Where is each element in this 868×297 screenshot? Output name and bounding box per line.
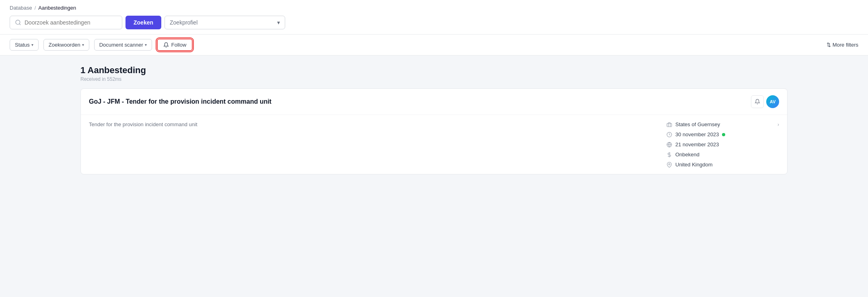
tender-card: GoJ - JFM - Tender for the provision inc…: [80, 88, 788, 174]
main-content: 1 Aanbesteding Received in 552ms GoJ - J…: [0, 55, 868, 184]
svg-point-7: [668, 164, 670, 165]
filters-row: Status ▾ Zoekwoorden ▾ Document scanner …: [0, 35, 868, 55]
card-header: GoJ - JFM - Tender for the provision inc…: [81, 89, 787, 115]
zoekwoorden-filter-button[interactable]: Zoekwoorden ▾: [43, 39, 89, 51]
breadcrumb: Database / Aanbestedingen: [10, 5, 858, 11]
follow-label: Follow: [171, 42, 187, 48]
card-meta: States of Guernsey › 30 november 2023: [666, 121, 779, 168]
budget-value: Onbekend: [675, 152, 699, 158]
organization-icon: [666, 122, 672, 127]
bell-icon: [163, 42, 169, 48]
card-actions: AV: [751, 95, 779, 108]
country-row: United Kingdom: [666, 162, 779, 168]
deadline-row: 30 november 2023: [666, 131, 779, 137]
more-filters-icon: ⇅: [827, 42, 831, 48]
organization-row[interactable]: States of Guernsey ›: [666, 121, 779, 127]
search-input[interactable]: [25, 19, 117, 26]
status-chevron-icon: ▾: [31, 43, 33, 47]
svg-rect-2: [667, 123, 672, 127]
svg-point-0: [16, 20, 20, 25]
results-timing: Received in 552ms: [80, 76, 788, 82]
status-filter-label: Status: [15, 42, 30, 48]
clock-icon: [666, 132, 672, 137]
breadcrumb-separator: /: [35, 5, 36, 11]
published-row: 21 november 2023: [666, 141, 779, 147]
more-filters-button[interactable]: ⇅ More filters: [827, 42, 858, 48]
location-icon: [666, 162, 672, 168]
follow-button[interactable]: Follow: [157, 39, 193, 51]
document-scanner-chevron-icon: ▾: [145, 43, 147, 47]
published-date: 21 november 2023: [675, 141, 719, 147]
budget-row: Onbekend: [666, 152, 779, 158]
card-description-text: Tender for the provision incident comman…: [89, 121, 197, 127]
zoekprofiel-placeholder: Zoekprofiel: [170, 19, 197, 26]
zoekwoorden-filter-label: Zoekwoorden: [49, 42, 80, 48]
deadline-date: 30 november 2023: [675, 131, 719, 137]
breadcrumb-parent[interactable]: Database: [10, 5, 32, 11]
document-scanner-filter-label: Document scanner: [99, 42, 143, 48]
card-title[interactable]: GoJ - JFM - Tender for the provision inc…: [89, 98, 272, 105]
search-icon: [15, 19, 21, 26]
card-bell-button[interactable]: [751, 95, 764, 108]
card-bell-icon: [755, 99, 760, 104]
search-button[interactable]: Zoeken: [125, 16, 161, 29]
zoekprofiel-select[interactable]: Zoekprofiel ▾: [165, 16, 285, 29]
search-row: Zoeken Zoekprofiel ▾: [10, 16, 858, 29]
published-icon: [666, 142, 672, 147]
document-scanner-filter-button[interactable]: Document scanner ▾: [94, 39, 152, 51]
chevron-down-icon: ▾: [277, 19, 280, 26]
zoekwoorden-chevron-icon: ▾: [82, 43, 84, 47]
svg-line-1: [19, 24, 21, 25]
avatar: AV: [766, 95, 779, 108]
organization-name: States of Guernsey: [675, 121, 720, 127]
card-description: Tender for the provision incident comman…: [89, 121, 658, 168]
status-filter-button[interactable]: Status ▾: [10, 39, 39, 51]
active-indicator: [722, 133, 725, 136]
results-count: 1 Aanbesteding: [80, 65, 788, 76]
more-filters-label: More filters: [833, 42, 858, 48]
budget-icon: [666, 152, 672, 158]
breadcrumb-current: Aanbestedingen: [38, 5, 76, 11]
organization-chevron-icon: ›: [777, 122, 779, 127]
card-body: Tender for the provision incident comman…: [81, 115, 787, 174]
search-input-wrapper[interactable]: [10, 16, 122, 29]
country-value: United Kingdom: [675, 162, 713, 168]
